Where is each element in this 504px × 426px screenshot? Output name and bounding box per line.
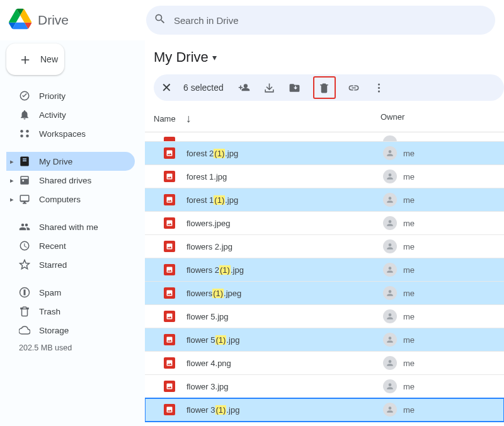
drive-logo-icon [9,8,32,33]
column-name-header[interactable]: Name ↓ [154,112,381,125]
file-name: flowers.jpeg [186,219,383,228]
svg-point-4 [378,83,380,85]
shared-drives-icon [19,175,30,186]
check-circle-icon [19,90,30,101]
drive-icon [19,156,30,167]
file-name: flower 5.jpg [186,312,383,321]
more-vert-icon [373,82,385,94]
file-row[interactable]: flowers 2.jpgme [145,235,504,258]
sidebar-item-workspaces[interactable]: Workspaces [6,124,135,143]
file-name: forest 1.jpg [186,172,383,181]
folder-move-icon [289,82,301,94]
new-button[interactable]: ＋ New [6,43,64,75]
sidebar-item-shared-with-me[interactable]: Shared with me [6,217,135,236]
avatar-icon [383,146,397,160]
file-owner: me [383,333,415,347]
file-row[interactable]: forest 1.jpgme [145,165,504,188]
spam-icon [19,287,30,298]
file-name: flower 3 (1).jpg [186,405,383,415]
file-row[interactable]: flowers 2 (1).jpgme [145,258,504,282]
svg-point-1 [26,130,29,133]
file-owner: me [383,239,415,253]
file-name: flower 5 (1).jpg [186,335,383,345]
trash-icon [318,82,330,94]
topbar: Drive [0,0,504,40]
star-icon [19,259,30,270]
search-input[interactable] [174,15,488,26]
image-file-icon [164,381,175,392]
svg-point-5 [378,86,380,88]
file-name: flowers (1).jpeg [186,289,383,298]
image-file-icon [164,194,175,205]
file-row[interactable]: flower 4.pngme [145,352,504,375]
file-row[interactable]: flower 5 (1).jpgme [145,328,504,352]
person-add-icon [238,82,250,94]
avatar-icon [383,216,397,230]
avatar-icon [383,333,397,347]
image-file-icon [164,404,175,415]
file-row[interactable]: flowers.jpegme [145,212,504,235]
sidebar-item-computers[interactable]: ▸ Computers [6,190,135,209]
share-button[interactable] [238,81,251,95]
file-owner: me [383,193,415,207]
file-row-partial [145,132,504,142]
more-button[interactable] [372,81,386,95]
file-name: forest 2 (1).jpg [186,149,383,158]
search-bar[interactable] [146,6,495,35]
column-headers: Name ↓ Owner [145,108,504,132]
file-owner: me [383,309,415,323]
link-button[interactable] [347,81,361,95]
avatar-icon [383,403,397,417]
sidebar-item-activity[interactable]: Activity [6,105,135,124]
avatar-icon [383,379,397,393]
file-name: flowers 2.jpg [186,242,383,251]
file-name: flowers 2 (1).jpg [186,265,383,275]
chevron-right-icon: ▸ [10,195,14,204]
image-file-icon [164,334,175,345]
download-button[interactable] [263,81,277,95]
sidebar-item-my-drive[interactable]: ▸ My Drive [6,152,135,171]
sidebar-item-spam[interactable]: Spam [6,283,135,302]
clear-selection-button[interactable]: ✕ [161,81,172,94]
computer-icon [19,193,30,205]
clock-icon [19,240,30,251]
folder-title[interactable]: My Drive ▾ [145,40,504,74]
svg-point-0 [20,130,23,133]
delete-button[interactable] [313,76,336,99]
sidebar-item-shared-drives[interactable]: ▸ Shared drives [6,171,135,190]
avatar-icon [383,170,397,183]
file-owner: me [383,170,415,183]
avatar-icon [383,356,397,370]
image-file-icon [164,171,175,182]
file-owner: me [383,403,415,417]
file-name: flower 4.png [186,359,383,368]
chevron-right-icon: ▸ [10,158,14,166]
svg-point-3 [26,135,29,138]
file-owner: me [383,379,415,393]
image-file-icon [164,147,175,159]
sidebar-item-starred[interactable]: Starred [6,255,135,274]
storage-used-text: 202.5 MB used [6,343,145,352]
workspaces-icon [19,128,30,139]
people-icon [19,221,30,233]
file-row[interactable]: flower 5.jpgme [145,305,504,328]
avatar-icon [383,193,397,207]
move-button[interactable] [288,81,302,95]
sidebar-item-storage[interactable]: Storage [6,321,135,340]
file-row[interactable]: forest 1 (1).jpgme [145,188,504,212]
file-owner: me [383,356,415,370]
column-owner-header[interactable]: Owner [381,112,404,125]
sidebar: ＋ New Priority Activity Workspaces ▸ My … [0,40,145,426]
sidebar-item-priority[interactable]: Priority [6,86,135,105]
new-button-label: New [40,54,58,64]
sort-arrow-down-icon: ↓ [186,112,192,125]
file-row[interactable]: flower 3 (1).jpgme [145,398,504,422]
sidebar-item-trash[interactable]: Trash [6,302,135,321]
file-row[interactable]: flower 3.jpgme [145,375,504,398]
link-icon [348,82,360,94]
file-row[interactable]: flowers (1).jpegme [145,282,504,305]
file-row[interactable]: forest 2 (1).jpgme [145,142,504,165]
sidebar-item-recent[interactable]: Recent [6,236,135,255]
image-file-icon [164,241,175,252]
file-list: forest 2 (1).jpgmeforest 1.jpgmeforest 1… [145,132,504,426]
